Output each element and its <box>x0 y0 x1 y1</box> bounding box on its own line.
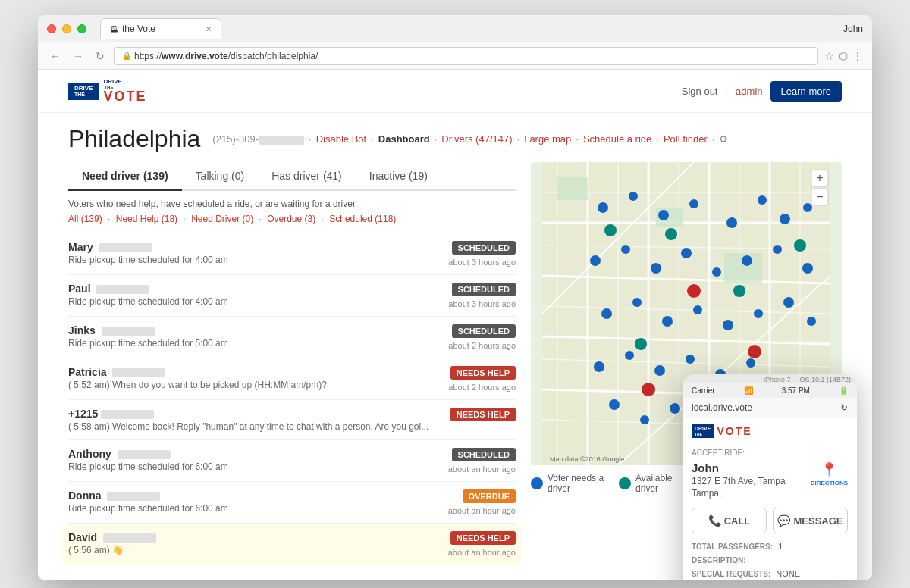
svg-point-26 <box>658 210 669 220</box>
rider-time: about 2 hours ago <box>448 341 516 350</box>
logo-text: DRIVE THE VOTE <box>103 79 146 103</box>
phone-person-name: John <box>692 461 786 474</box>
badge-area: OVERDUE about an hour ago <box>442 489 516 515</box>
filter-overdue[interactable]: Overdue (3) <box>267 214 315 224</box>
rider-name: +1215 <box>68 408 449 420</box>
svg-point-66 <box>642 383 655 396</box>
status-badge: NEEDS HELP <box>450 531 516 545</box>
special-requests-value: NONE <box>776 569 800 578</box>
nav-dot-1: · <box>309 133 312 145</box>
toolbar-icons: ☆ ⬡ ⋮ <box>824 50 863 62</box>
rider-name: Anthony <box>68 448 442 460</box>
tab-title: the Vote <box>122 23 155 34</box>
close-button[interactable] <box>47 24 56 33</box>
passengers-value: 1 <box>778 542 783 551</box>
status-badge: NEEDS HELP <box>450 408 516 421</box>
refresh-icon[interactable]: ↻ <box>840 402 848 413</box>
star-icon[interactable]: ☆ <box>824 50 834 62</box>
phone-overlay: iPhone 7 – iOS 10.1 (14B72) Carrier 📶 3:… <box>682 374 857 580</box>
back-button[interactable]: ← <box>47 48 64 64</box>
tab-talking[interactable]: Talking (0) <box>182 162 259 191</box>
logo-the: THE <box>74 92 85 97</box>
svg-point-36 <box>712 267 721 277</box>
rider-row-highlighted[interactable]: David ( 5:56 am) 👋 NEEDS HELP about an h… <box>62 524 522 565</box>
status-badge: OVERDUE <box>463 489 516 503</box>
phone-address-line2: Tampa, <box>692 488 786 499</box>
directions-button[interactable]: 📍 DIRECTIONS <box>811 461 848 486</box>
browser-tab[interactable]: 🗳 the Vote ✕ <box>100 18 221 39</box>
admin-link[interactable]: admin <box>736 86 762 97</box>
status-badge: SCHEDULED <box>452 241 516 255</box>
rider-row[interactable]: Mary Ride pickup time scheduled for 4:00… <box>68 233 516 275</box>
page-title: Philadelphia <box>68 125 200 153</box>
filter-need-driver[interactable]: Need Driver (0) <box>191 214 253 224</box>
rider-row[interactable]: Paul Ride pickup time scheduled for 4:00… <box>68 275 516 317</box>
rider-row[interactable]: Jinks Ride pickup time scheduled for 5:0… <box>68 317 516 358</box>
menu-icon[interactable]: ⋮ <box>852 50 863 62</box>
rider-detail: Ride pickup time scheduled for 6:00 am <box>68 503 442 514</box>
page-nav: (215)-309- · Disable Bot · Dashboard · D… <box>212 133 728 145</box>
svg-point-45 <box>754 309 763 318</box>
learn-more-button[interactable]: Learn more <box>770 81 842 102</box>
rider-row[interactable]: Anthony Ride pickup time scheduled for 6… <box>68 440 516 482</box>
drivers-link[interactable]: Drivers (47/147) <box>441 133 512 145</box>
filter-need-help[interactable]: Need Help (18) <box>116 214 177 224</box>
reload-button[interactable]: ↻ <box>93 48 108 64</box>
tab-has-driver[interactable]: Has driver (41) <box>258 162 356 191</box>
badge-area: SCHEDULED about 3 hours ago <box>442 283 516 308</box>
filter-scheduled[interactable]: Scheduled (118) <box>329 214 396 224</box>
maximize-button[interactable] <box>77 24 86 33</box>
svg-point-62 <box>635 338 647 350</box>
phone-url-bar: local.drive.vote ↻ <box>682 398 857 418</box>
phone-icon: 📞 <box>708 514 721 527</box>
svg-point-54 <box>609 399 620 410</box>
minimize-button[interactable] <box>62 24 71 33</box>
rider-row[interactable]: Donna Ride pickup time scheduled for 6:0… <box>68 482 516 524</box>
rider-row[interactable]: +1215 ( 5:58 am) Welcome back! Reply "hu… <box>68 400 516 440</box>
rider-detail: Ride pickup time scheduled for 4:00 am <box>68 296 442 307</box>
disable-bot-link[interactable]: Disable Bot <box>316 133 366 145</box>
logo-drive: DRIVE <box>74 86 93 92</box>
rider-info: Anthony Ride pickup time scheduled for 6… <box>68 448 442 472</box>
filter-all[interactable]: All (139) <box>68 214 102 224</box>
schedule-ride-link[interactable]: Schedule a ride <box>583 133 651 145</box>
svg-text:Map data ©2016 Google: Map data ©2016 Google <box>550 455 624 463</box>
dashboard-link[interactable]: Dashboard <box>378 133 430 145</box>
filter-sep-4: · <box>322 214 324 224</box>
call-label: CALL <box>724 515 751 527</box>
legend-available-driver: Availabledriver <box>619 473 672 494</box>
badge-area: SCHEDULED about 2 hours ago <box>442 324 516 350</box>
iphone-device-label: iPhone 7 – iOS 10.1 (14B72) <box>682 374 857 383</box>
directions-icon: 📍 <box>821 461 837 478</box>
rider-info: +1215 ( 5:58 am) Welcome back! Reply "hu… <box>68 408 449 432</box>
rider-name-blur <box>107 492 160 501</box>
sign-out-link[interactable]: Sign out <box>682 86 718 97</box>
forward-button[interactable]: → <box>70 48 86 64</box>
svg-point-28 <box>726 217 737 228</box>
filter-sep-2: · <box>183 214 185 224</box>
svg-point-38 <box>773 245 782 254</box>
tab-close-button[interactable]: ✕ <box>206 25 212 33</box>
phone-vote-text: VOTE <box>717 425 752 437</box>
directions-label: DIRECTIONS <box>811 480 848 486</box>
svg-point-33 <box>621 245 630 254</box>
rider-time: about an hour ago <box>448 506 516 515</box>
rider-info: Mary Ride pickup time scheduled for 4:00… <box>68 241 442 265</box>
phone-battery-icon: 🔋 <box>839 386 848 395</box>
phone-carrier: Carrier <box>692 386 715 395</box>
large-map-link[interactable]: Large map <box>524 133 571 145</box>
rider-row[interactable]: Patricia ( 5:52 am) When do you want to … <box>68 358 516 400</box>
settings-icon[interactable]: ⚙ <box>719 133 728 145</box>
extensions-icon[interactable]: ⬡ <box>839 50 848 62</box>
status-badge: NEEDS HELP <box>450 366 516 380</box>
tab-need-driver[interactable]: Need driver (139) <box>68 162 182 191</box>
message-button[interactable]: 💬 MESSAGE <box>773 508 848 533</box>
poll-finder-link[interactable]: Poll finder <box>664 133 708 145</box>
call-button[interactable]: 📞 CALL <box>692 508 767 533</box>
svg-point-37 <box>742 255 752 266</box>
tab-inactive[interactable]: Inactive (19) <box>356 162 441 191</box>
url-bar[interactable]: 🔒 https://www.drive.vote/dispatch/philad… <box>114 47 818 65</box>
left-panel: Need driver (139) Talking (0) Has driver… <box>68 162 516 565</box>
logo-vote-text: VOTE <box>103 89 146 103</box>
tab-area: 🗳 the Vote ✕ <box>100 18 837 39</box>
